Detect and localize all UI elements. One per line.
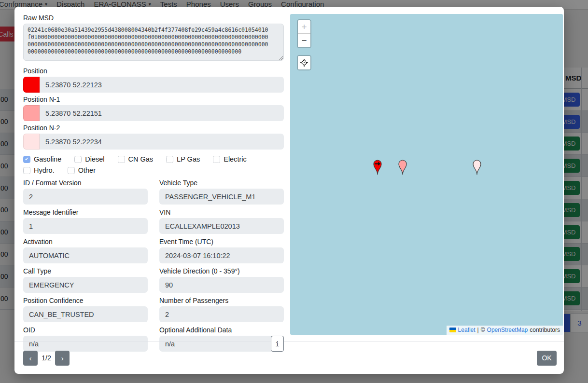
zoom-in-button[interactable]: + bbox=[298, 20, 310, 34]
number-of-passengers-value[interactable]: 2 bbox=[159, 306, 284, 322]
activation-label: Activation bbox=[23, 238, 148, 246]
call-type-value[interactable]: EMERGENCY bbox=[23, 277, 148, 293]
checkbox-label: CN Gas bbox=[128, 155, 154, 163]
next-page-button[interactable]: › bbox=[55, 351, 70, 366]
leaflet-map[interactable]: + − Leaflet | © bbox=[290, 14, 563, 335]
openstreetmap-link[interactable]: OpenStreetMap bbox=[487, 327, 528, 333]
id-format-version-label: ID / Format Version bbox=[23, 179, 148, 187]
raw-msd-label: Raw MSD bbox=[23, 14, 284, 22]
attribution-separator: | bbox=[477, 327, 479, 333]
position-n1-field: 5.23870 52.22151 bbox=[23, 105, 284, 121]
message-identifier-value[interactable]: 1 bbox=[23, 218, 148, 234]
vehicle-type-label: Vehicle Type bbox=[159, 179, 284, 187]
fuel-hydrogen[interactable]: Hydro. bbox=[23, 166, 55, 174]
info-button[interactable]: i bbox=[271, 336, 284, 352]
position-color-swatch bbox=[23, 77, 40, 93]
map-locate-control bbox=[297, 55, 311, 70]
checkbox-checked-icon[interactable] bbox=[23, 156, 30, 163]
checkbox-label: Diesel bbox=[85, 155, 104, 163]
number-of-passengers-label: Number of Passengers bbox=[159, 297, 284, 304]
vin-value[interactable]: ECALLEXAMPLE02013 bbox=[159, 218, 284, 234]
msd-form: Raw MSD 02241c0680e30a51439e2955d4380080… bbox=[23, 14, 284, 356]
position-n1-value[interactable]: 5.23870 52.22151 bbox=[40, 105, 284, 121]
map-marker-position-n2[interactable] bbox=[472, 159, 482, 175]
vehicle-direction-value[interactable]: 90 bbox=[159, 277, 284, 293]
message-identifier-label: Message Identifier bbox=[23, 208, 148, 216]
fuel-electric[interactable]: Electric bbox=[213, 155, 247, 163]
checkbox-icon[interactable] bbox=[23, 167, 30, 174]
checkbox-icon[interactable] bbox=[166, 156, 173, 163]
position-field: 5.23870 52.22123 bbox=[23, 77, 284, 93]
map-marker-current-position[interactable] bbox=[372, 159, 383, 175]
ok-button[interactable]: OK bbox=[537, 351, 557, 366]
activation-value[interactable]: AUTOMATIC bbox=[23, 247, 148, 263]
fuel-cn-gas[interactable]: CN Gas bbox=[118, 155, 154, 163]
vin-label: VIN bbox=[159, 208, 284, 216]
id-format-version-value[interactable]: 2 bbox=[23, 189, 148, 205]
msd-pager: ‹ 1/2 › bbox=[23, 351, 70, 366]
fuel-other[interactable]: Other bbox=[68, 166, 96, 174]
locate-icon[interactable] bbox=[298, 56, 310, 69]
checkbox-label: Gasoline bbox=[34, 155, 61, 163]
map-zoom-control: + − bbox=[297, 19, 311, 48]
event-time-label: Event Time (UTC) bbox=[159, 238, 284, 246]
checkbox-label: Electric bbox=[224, 155, 247, 163]
msd-fields-grid: ID / Format Version2 Vehicle TypePASSENG… bbox=[23, 179, 284, 356]
copyright-symbol: © bbox=[481, 327, 485, 333]
checkbox-label: LP Gas bbox=[177, 155, 200, 163]
map-marker-position-n1[interactable] bbox=[397, 159, 408, 175]
position-value[interactable]: 5.23870 52.22123 bbox=[40, 77, 284, 93]
position-n2-color-swatch bbox=[23, 134, 40, 150]
page-indicator: 1/2 bbox=[42, 354, 51, 362]
checkbox-label: Other bbox=[78, 166, 96, 174]
position-n2-field: 5.23870 52.22234 bbox=[23, 134, 284, 150]
event-time-value[interactable]: 2024-03-07 16:10:22 bbox=[159, 247, 284, 263]
position-confidence-value[interactable]: CAN_BE_TRUSTED bbox=[23, 306, 148, 322]
map-attribution: Leaflet | © OpenStreetMap contributors bbox=[447, 326, 563, 335]
checkbox-icon[interactable] bbox=[118, 156, 125, 163]
call-type-label: Call Type bbox=[23, 267, 148, 275]
previous-page-button[interactable]: ‹ bbox=[23, 351, 38, 366]
position-n1-label: Position N-1 bbox=[23, 96, 284, 103]
fuel-type-checkboxes: Gasoline Diesel CN Gas LP Gas Electric H… bbox=[23, 155, 274, 174]
checkbox-icon[interactable] bbox=[74, 156, 82, 163]
checkbox-icon[interactable] bbox=[213, 156, 220, 163]
position-n2-label: Position N-2 bbox=[23, 124, 284, 132]
position-label: Position bbox=[23, 67, 284, 75]
optional-additional-data-label: Optional Additional Data bbox=[159, 326, 284, 334]
fuel-diesel[interactable]: Diesel bbox=[74, 155, 104, 163]
ukraine-flag-icon bbox=[449, 328, 456, 332]
oid-label: OID bbox=[23, 326, 148, 334]
vehicle-direction-label: Vehicle Direction (0 - 359°) bbox=[159, 267, 284, 275]
leaflet-link[interactable]: Leaflet bbox=[458, 327, 476, 333]
modal-footer: ‹ 1/2 › OK bbox=[14, 342, 564, 374]
fuel-gasoline[interactable]: Gasoline bbox=[23, 155, 61, 163]
zoom-out-button[interactable]: − bbox=[298, 34, 310, 47]
position-confidence-label: Position Confidence bbox=[23, 297, 148, 304]
checkbox-icon[interactable] bbox=[68, 167, 75, 174]
msd-details-modal: Raw MSD 02241c0680e30a51439e2955d4380080… bbox=[14, 7, 564, 374]
fuel-lp-gas[interactable]: LP Gas bbox=[166, 155, 200, 163]
vehicle-type-value[interactable]: PASSENGER_VEHICLE_M1 bbox=[159, 189, 284, 205]
position-n1-color-swatch bbox=[23, 105, 40, 121]
checkbox-label: Hydro. bbox=[34, 166, 55, 174]
attribution-suffix: contributors bbox=[530, 327, 560, 333]
position-n2-value[interactable]: 5.23870 52.22234 bbox=[40, 134, 284, 150]
raw-msd-textarea[interactable]: 02241c0680e30a51439e2955d438008004340b2f… bbox=[23, 24, 284, 61]
